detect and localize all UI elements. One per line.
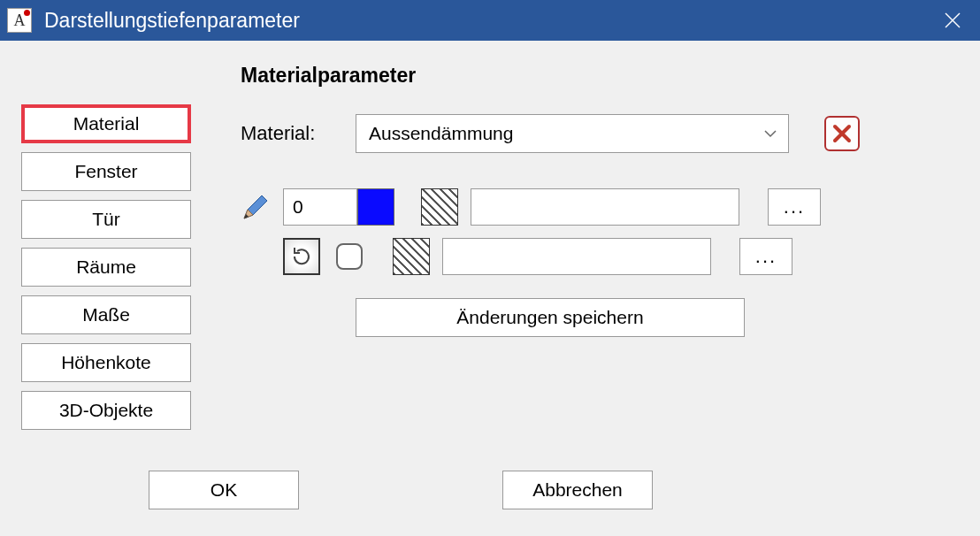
app-icon-badge — [24, 10, 30, 16]
panel-title: Materialparameter — [241, 64, 959, 88]
panel-main: Materialparameter Material: Aussendämmun… — [198, 57, 959, 456]
x-icon — [831, 123, 853, 144]
dialog-body: Material Fenster Tür Räume Maße Höhenkot… — [0, 41, 980, 465]
hatch2-browse-button[interactable]: ... — [739, 238, 792, 275]
title-bar: A Darstellungstiefenparameter — [0, 0, 980, 41]
hatch2-thumb[interactable] — [393, 238, 430, 275]
delete-button[interactable] — [824, 116, 860, 151]
material-row: Material: Aussendämmung — [241, 114, 959, 153]
window-title: Darstellungstiefenparameter — [44, 9, 932, 33]
tab-hoehenkote[interactable]: Höhenkote — [21, 343, 191, 382]
tab-fenster[interactable]: Fenster — [21, 152, 191, 191]
pen-color-swatch[interactable] — [357, 188, 394, 226]
pen-number-input[interactable] — [283, 188, 357, 226]
hatch2-input[interactable] — [442, 238, 711, 275]
hatch1-browse-button[interactable]: ... — [768, 188, 821, 226]
app-icon: A — [7, 8, 32, 33]
refresh-icon — [290, 245, 313, 268]
material-label: Material: — [241, 122, 356, 145]
tab-tuer[interactable]: Tür — [21, 200, 191, 239]
material-select-value: Aussendämmung — [356, 114, 789, 153]
tab-raeume[interactable]: Räume — [21, 248, 191, 287]
close-button[interactable] — [932, 0, 973, 41]
pencil-icon — [241, 192, 271, 222]
secondary-checkbox[interactable] — [336, 243, 363, 270]
cancel-button[interactable]: Abbrechen — [502, 471, 653, 509]
reset-button[interactable] — [283, 238, 320, 275]
ok-button[interactable]: OK — [149, 471, 299, 509]
tab-masse[interactable]: Maße — [21, 295, 191, 334]
dialog-footer: OK Abbrechen — [0, 471, 980, 509]
save-changes-button[interactable]: Änderungen speichern — [356, 298, 745, 337]
secondary-row: ... — [241, 238, 959, 275]
pen-row: ... — [241, 188, 959, 226]
hatch1-thumb[interactable] — [421, 188, 458, 226]
material-select[interactable]: Aussendämmung — [356, 114, 789, 153]
hatch1-input[interactable] — [471, 188, 739, 226]
tab-3d-objekte[interactable]: 3D-Objekte — [21, 391, 191, 430]
tab-material[interactable]: Material — [21, 104, 191, 143]
close-icon — [944, 11, 961, 29]
sidebar: Material Fenster Tür Räume Maße Höhenkot… — [21, 57, 198, 456]
